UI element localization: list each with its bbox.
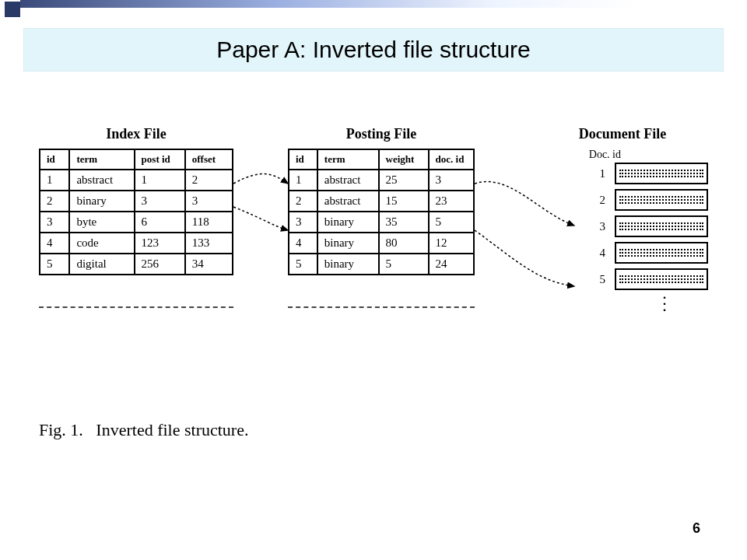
table-cell: 256 (135, 254, 185, 275)
page-number: 6 (693, 520, 700, 537)
gradient-rule (20, 0, 747, 8)
table-cell: 23 (429, 191, 474, 212)
col-header: doc. id (429, 149, 474, 170)
table-cell: 4 (40, 233, 69, 254)
table-row: 2binary33 (40, 191, 233, 212)
col-header: term (69, 149, 134, 170)
table-cell: code (69, 233, 134, 254)
table-cell: 123 (135, 233, 185, 254)
table-cell: 1 (135, 170, 185, 191)
document-row: 1 (537, 163, 708, 184)
table-cell: binary (317, 212, 379, 233)
document-row: 3 (537, 215, 708, 237)
posting-file-block: Posting File id term weight doc. id 1abs… (288, 126, 475, 275)
col-header: post id (135, 149, 185, 170)
document-id: 2 (588, 194, 605, 207)
col-header: id (289, 149, 317, 170)
table-cell: 3 (185, 191, 233, 212)
table-cell: binary (317, 233, 379, 254)
table-cell: 6 (135, 212, 185, 233)
document-box-icon (615, 163, 708, 184)
corner-square-icon (5, 2, 20, 17)
posting-file-title: Posting File (288, 126, 475, 142)
table-row: 4code123133 (40, 233, 233, 254)
table-row: 1abstract253 (289, 170, 474, 191)
table-row: 5digital25634 (40, 254, 233, 275)
table-cell: 25 (379, 170, 429, 191)
table-cell: 3 (40, 212, 69, 233)
table-cell: 3 (289, 212, 317, 233)
document-row: 5 (537, 268, 708, 290)
document-box-icon (615, 189, 708, 211)
table-cell: 15 (379, 191, 429, 212)
document-id: 1 (588, 167, 605, 180)
torn-edge-icon (39, 306, 233, 308)
table-row: 2abstract1523 (289, 191, 474, 212)
table-cell: abstract (317, 191, 379, 212)
posting-file-table: id term weight doc. id 1abstract2532abst… (288, 149, 475, 275)
caption-label: Fig. 1. (39, 420, 83, 439)
table-cell: 3 (135, 191, 185, 212)
table-cell: binary (69, 191, 134, 212)
ellipsis-vertical-icon: ··· (622, 295, 708, 313)
table-cell: 3 (429, 170, 474, 191)
document-box-icon (615, 215, 708, 237)
col-header: offset (185, 149, 233, 170)
table-cell: 2 (185, 170, 233, 191)
table-cell: 1 (289, 170, 317, 191)
table-cell: 35 (379, 212, 429, 233)
col-header: weight (379, 149, 429, 170)
index-file-block: Index File id term post id offset 1abstr… (39, 126, 233, 275)
document-file-title: Document File (537, 126, 708, 142)
table-cell: 80 (379, 233, 429, 254)
table-cell: digital (69, 254, 134, 275)
table-cell: 133 (185, 233, 233, 254)
col-header: id (40, 149, 69, 170)
torn-edge-icon (288, 306, 475, 308)
table-cell: 5 (40, 254, 69, 275)
table-cell: 1 (40, 170, 69, 191)
table-cell: 12 (429, 233, 474, 254)
table-cell: abstract (317, 170, 379, 191)
table-row: 3byte6118 (40, 212, 233, 233)
table-cell: 2 (40, 191, 69, 212)
table-cell: 5 (429, 212, 474, 233)
table-cell: 2 (289, 191, 317, 212)
table-cell: 118 (185, 212, 233, 233)
table-cell: 24 (429, 254, 474, 275)
document-file-block: Document File Doc. id 12345 ··· (537, 126, 708, 313)
document-row: 2 (537, 189, 708, 211)
col-header: term (317, 149, 379, 170)
index-file-table: id term post id offset 1abstract122binar… (39, 149, 233, 275)
document-box-icon (615, 268, 708, 290)
figure-caption: Fig. 1. Inverted file structure. (39, 420, 248, 440)
table-row: 3binary355 (289, 212, 474, 233)
table-row: 4binary8012 (289, 233, 474, 254)
doc-id-label: Doc. id (537, 149, 621, 161)
table-cell: byte (69, 212, 134, 233)
table-cell: abstract (69, 170, 134, 191)
table-cell: 5 (289, 254, 317, 275)
table-cell: 34 (185, 254, 233, 275)
document-id: 3 (588, 220, 605, 233)
table-cell: 5 (379, 254, 429, 275)
table-cell: binary (317, 254, 379, 275)
table-cell: 4 (289, 233, 317, 254)
slide-title: Paper A: Inverted file structure (23, 28, 724, 72)
figure-1: Index File id term post id offset 1abstr… (39, 126, 716, 375)
table-row: 5binary524 (289, 254, 474, 275)
table-row: 1abstract12 (40, 170, 233, 191)
slide-decor-bar (0, 0, 747, 23)
document-id: 5 (588, 273, 605, 286)
document-box-icon (615, 242, 708, 264)
document-id: 4 (588, 247, 605, 260)
index-file-title: Index File (39, 126, 233, 142)
document-row: 4 (537, 242, 708, 264)
caption-text: Inverted file structure. (96, 420, 248, 439)
